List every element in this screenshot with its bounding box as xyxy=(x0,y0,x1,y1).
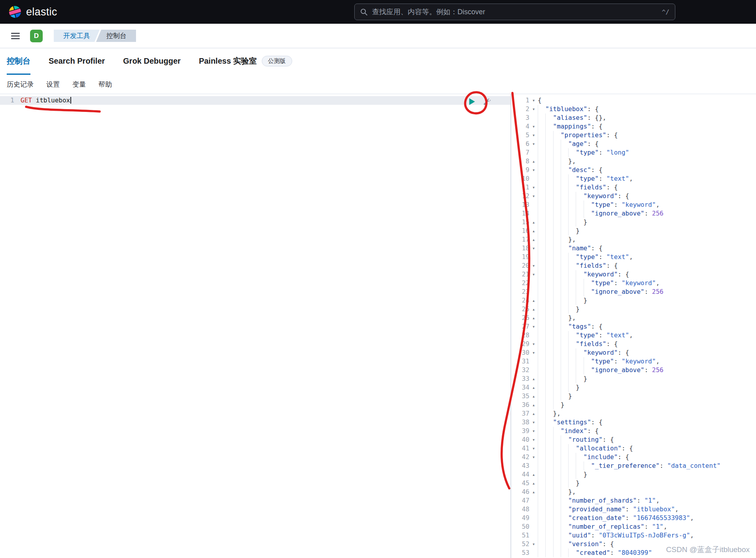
fold-close-icon[interactable]: ▴ xyxy=(529,218,538,227)
line-number: 25 xyxy=(511,305,529,314)
console-menu-history[interactable]: 历史记录 xyxy=(7,80,34,89)
fold-spacer xyxy=(529,496,538,505)
response-code: } xyxy=(538,296,587,305)
fold-close-icon[interactable]: ▴ xyxy=(529,157,538,166)
global-search[interactable]: ^/ xyxy=(354,4,675,20)
response-code: } xyxy=(538,401,564,409)
console-menu-settings[interactable]: 设置 xyxy=(46,80,60,89)
indent-guides xyxy=(538,183,576,192)
fold-close-icon[interactable]: ▴ xyxy=(529,227,538,235)
response-code: "keyword": { xyxy=(538,348,629,357)
search-input[interactable] xyxy=(372,8,658,16)
tab-grok-debugger[interactable]: Grok Debugger xyxy=(123,49,181,75)
send-request-button[interactable] xyxy=(468,97,476,106)
fold-open-icon[interactable]: ▾ xyxy=(529,166,538,174)
beta-badge: 公测版 xyxy=(262,56,292,66)
fold-open-icon[interactable]: ▾ xyxy=(529,122,538,131)
fold-close-icon[interactable]: ▴ xyxy=(529,296,538,305)
indent-guides xyxy=(538,479,576,488)
fold-open-icon[interactable]: ▾ xyxy=(529,192,538,201)
fold-spacer xyxy=(529,288,538,296)
indent-guides xyxy=(538,322,568,331)
request-code[interactable]: GETitbluebox xyxy=(21,96,71,105)
fold-open-icon[interactable]: ▾ xyxy=(529,261,538,270)
fold-close-icon[interactable]: ▴ xyxy=(529,488,538,496)
response-code: "keyword": { xyxy=(538,192,629,201)
fold-open-icon[interactable]: ▾ xyxy=(529,427,538,435)
editor-line-number: 1 xyxy=(0,96,21,105)
response-line: 4▾"mappings": { xyxy=(511,122,756,131)
fold-open-icon[interactable]: ▾ xyxy=(529,322,538,331)
menu-button[interactable] xyxy=(8,30,23,42)
fold-open-icon[interactable]: ▾ xyxy=(529,183,538,192)
line-number: 51 xyxy=(511,531,529,540)
console-menu-help[interactable]: 帮助 xyxy=(98,80,112,89)
response-line: 48"provided_name": "itbluebox", xyxy=(511,505,756,514)
fold-open-icon[interactable]: ▾ xyxy=(529,444,538,453)
line-number: 7 xyxy=(511,148,529,157)
fold-open-icon[interactable]: ▾ xyxy=(529,418,538,427)
breadcrumb-item-dev-tools[interactable]: 开发工具 xyxy=(54,30,100,42)
brand[interactable]: elastic xyxy=(9,6,57,18)
indent-guides xyxy=(538,427,561,435)
breadcrumb-item-console[interactable]: 控制台 xyxy=(96,30,136,42)
response-line: 7"type": "long" xyxy=(511,148,756,157)
line-number: 33 xyxy=(511,375,529,383)
fold-open-icon[interactable]: ▾ xyxy=(529,140,538,148)
response-code: "type": "text", xyxy=(538,331,633,340)
fold-open-icon[interactable]: ▾ xyxy=(529,453,538,462)
line-number: 32 xyxy=(511,366,529,375)
line-number: 36 xyxy=(511,401,529,409)
response-line: 28"type": "text", xyxy=(511,331,756,340)
response-code: "index": { xyxy=(538,427,599,435)
fold-open-icon[interactable]: ▾ xyxy=(529,340,538,348)
fold-close-icon[interactable]: ▴ xyxy=(529,383,538,392)
fold-open-icon[interactable]: ▾ xyxy=(529,105,538,113)
response-line: 41▾"allocation": { xyxy=(511,444,756,453)
response-code: }, xyxy=(538,157,576,166)
fold-close-icon[interactable]: ▴ xyxy=(529,314,538,322)
fold-close-icon[interactable]: ▴ xyxy=(529,392,538,401)
line-number: 27 xyxy=(511,322,529,331)
fold-close-icon[interactable]: ▴ xyxy=(529,401,538,409)
fold-open-icon[interactable]: ▾ xyxy=(529,131,538,140)
console-menu-variables[interactable]: 变量 xyxy=(72,80,86,89)
response-code: "fields": { xyxy=(538,340,618,348)
response-code: "keyword": { xyxy=(538,270,629,279)
response-code: }, xyxy=(538,314,576,322)
fold-open-icon[interactable]: ▾ xyxy=(529,270,538,279)
response-code: "created": "8040399" xyxy=(538,549,652,557)
response-code: } xyxy=(538,227,580,235)
fold-open-icon[interactable]: ▾ xyxy=(529,96,538,105)
fold-close-icon[interactable]: ▴ xyxy=(529,375,538,383)
fold-open-icon[interactable]: ▾ xyxy=(529,244,538,253)
fold-close-icon[interactable]: ▴ xyxy=(529,479,538,488)
line-number: 48 xyxy=(511,505,529,514)
tab-painless-lab[interactable]: Painless 实验室公测版 xyxy=(199,49,292,75)
response-line: 40▾"routing": { xyxy=(511,435,756,444)
indent-guides xyxy=(538,453,584,462)
request-editor[interactable]: 1 GETitbluebox xyxy=(0,94,511,558)
response-line: 45▴} xyxy=(511,479,756,488)
fold-close-icon[interactable]: ▴ xyxy=(529,235,538,244)
tab-console[interactable]: 控制台 xyxy=(7,49,30,75)
indent-guides xyxy=(538,105,545,113)
fold-open-icon[interactable]: ▾ xyxy=(529,435,538,444)
indent-guides xyxy=(538,462,591,470)
fold-close-icon[interactable]: ▴ xyxy=(529,305,538,314)
line-number: 46 xyxy=(511,488,529,496)
request-line[interactable]: 1 GETitbluebox xyxy=(0,96,510,105)
fold-open-icon[interactable]: ▾ xyxy=(529,540,538,549)
response-code: "ignore_above": 256 xyxy=(538,366,663,375)
fold-open-icon[interactable]: ▾ xyxy=(529,348,538,357)
request-options-button[interactable] xyxy=(482,96,491,106)
request-actions xyxy=(468,96,491,106)
fold-close-icon[interactable]: ▴ xyxy=(529,470,538,479)
indent-guides xyxy=(538,253,576,261)
response-line: 50"number_of_replicas": "1", xyxy=(511,522,756,531)
tab-search-profiler[interactable]: Search Profiler xyxy=(49,49,105,75)
space-avatar[interactable]: D xyxy=(30,30,43,42)
response-code: "creation_date": "1667465533983", xyxy=(538,514,694,522)
wrench-icon xyxy=(482,97,491,106)
fold-close-icon[interactable]: ▴ xyxy=(529,409,538,418)
